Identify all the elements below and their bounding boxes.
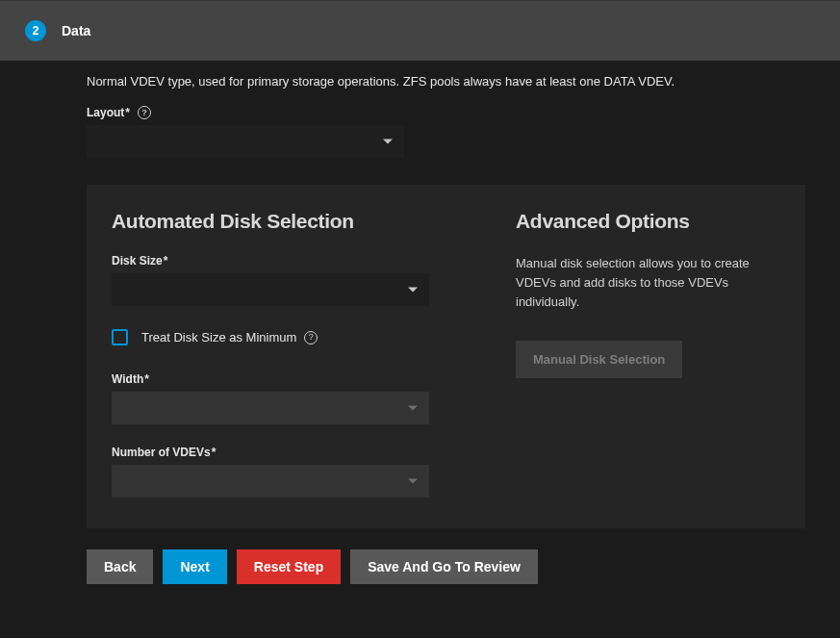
- reset-step-button[interactable]: Reset Step: [237, 549, 341, 584]
- manual-disk-selection-button[interactable]: Manual Disk Selection: [516, 341, 682, 378]
- num-vdevs-select[interactable]: [112, 465, 429, 498]
- treat-min-checkbox[interactable]: [112, 329, 128, 345]
- disk-size-select[interactable]: [112, 273, 429, 306]
- disk-size-field: Disk Size*: [112, 254, 458, 306]
- chevron-down-icon: [408, 479, 418, 484]
- treat-min-label: Treat Disk Size as Minimum ?: [141, 330, 318, 345]
- chevron-down-icon: [408, 288, 418, 293]
- options-panel: Automated Disk Selection Disk Size* Trea…: [87, 185, 805, 528]
- content-area: Normal VDEV type, used for primary stora…: [0, 74, 840, 584]
- vdev-description: Normal VDEV type, used for primary stora…: [87, 74, 805, 89]
- advanced-description: Manual disk selection allows you to crea…: [516, 254, 780, 312]
- num-vdevs-field: Number of VDEVs*: [112, 446, 458, 498]
- help-icon[interactable]: ?: [304, 331, 318, 345]
- automated-column: Automated Disk Selection Disk Size* Trea…: [112, 210, 458, 498]
- advanced-column: Advanced Options Manual disk selection a…: [516, 210, 780, 498]
- help-icon[interactable]: ?: [138, 106, 151, 119]
- chevron-down-icon: [408, 406, 418, 411]
- save-and-review-button[interactable]: Save And Go To Review: [350, 549, 538, 584]
- next-button[interactable]: Next: [163, 549, 226, 584]
- chevron-down-icon: [383, 140, 393, 144]
- width-select[interactable]: [112, 392, 429, 424]
- button-bar: Back Next Reset Step Save And Go To Revi…: [87, 549, 805, 584]
- width-label: Width*: [112, 372, 458, 386]
- step-number-badge: 2: [25, 20, 46, 41]
- step-title: Data: [62, 23, 90, 38]
- advanced-title: Advanced Options: [516, 210, 780, 233]
- num-vdevs-label: Number of VDEVs*: [112, 446, 458, 459]
- disk-size-label: Disk Size*: [112, 254, 458, 268]
- layout-select[interactable]: [87, 125, 404, 158]
- treat-min-row: Treat Disk Size as Minimum ?: [112, 329, 458, 345]
- layout-field: Layout* ?: [87, 106, 805, 158]
- back-button[interactable]: Back: [87, 549, 153, 584]
- automated-title: Automated Disk Selection: [112, 210, 458, 233]
- step-header: 2 Data: [0, 0, 840, 61]
- layout-label: Layout* ?: [87, 106, 805, 119]
- width-field: Width*: [112, 372, 458, 424]
